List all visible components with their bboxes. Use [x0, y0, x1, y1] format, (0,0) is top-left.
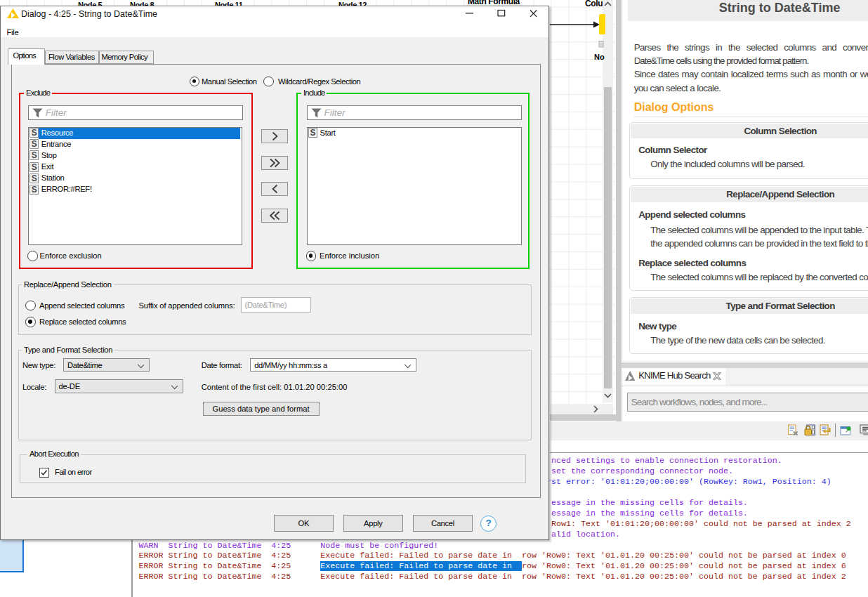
svg-text:No: No — [594, 53, 605, 61]
